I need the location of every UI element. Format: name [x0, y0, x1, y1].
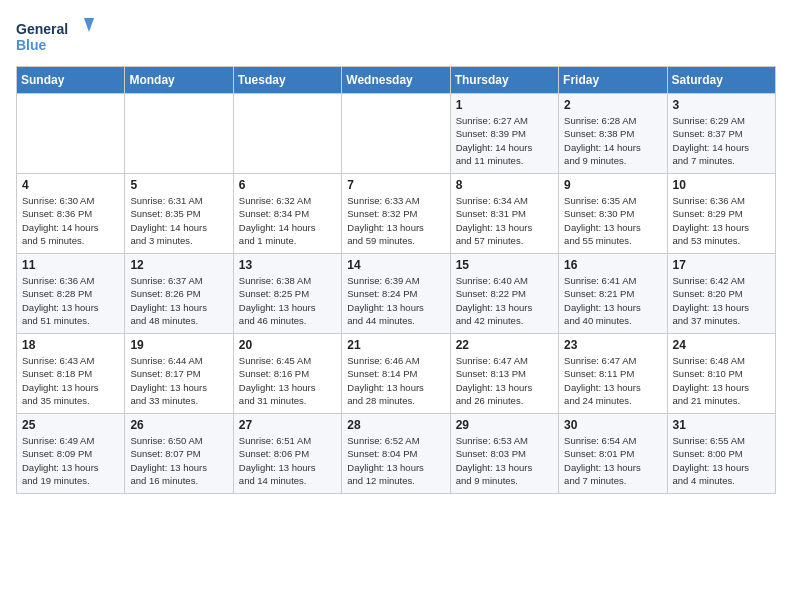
logo-svg: General Blue — [16, 16, 96, 58]
calendar-day-cell: 7Sunrise: 6:33 AM Sunset: 8:32 PM Daylig… — [342, 174, 450, 254]
svg-marker-2 — [84, 18, 94, 32]
calendar-day-cell: 10Sunrise: 6:36 AM Sunset: 8:29 PM Dayli… — [667, 174, 775, 254]
day-number: 27 — [239, 418, 336, 432]
weekday-header-thursday: Thursday — [450, 67, 558, 94]
calendar-day-cell: 9Sunrise: 6:35 AM Sunset: 8:30 PM Daylig… — [559, 174, 667, 254]
day-number: 17 — [673, 258, 770, 272]
day-number: 2 — [564, 98, 661, 112]
svg-text:General: General — [16, 21, 68, 37]
calendar-day-cell: 18Sunrise: 6:43 AM Sunset: 8:18 PM Dayli… — [17, 334, 125, 414]
calendar-day-cell: 8Sunrise: 6:34 AM Sunset: 8:31 PM Daylig… — [450, 174, 558, 254]
calendar-week-row: 25Sunrise: 6:49 AM Sunset: 8:09 PM Dayli… — [17, 414, 776, 494]
weekday-header-monday: Monday — [125, 67, 233, 94]
calendar-day-cell: 14Sunrise: 6:39 AM Sunset: 8:24 PM Dayli… — [342, 254, 450, 334]
day-info: Sunrise: 6:45 AM Sunset: 8:16 PM Dayligh… — [239, 354, 336, 407]
day-number: 25 — [22, 418, 119, 432]
empty-cell — [125, 94, 233, 174]
day-number: 6 — [239, 178, 336, 192]
calendar-day-cell: 3Sunrise: 6:29 AM Sunset: 8:37 PM Daylig… — [667, 94, 775, 174]
calendar-day-cell: 15Sunrise: 6:40 AM Sunset: 8:22 PM Dayli… — [450, 254, 558, 334]
calendar-day-cell: 31Sunrise: 6:55 AM Sunset: 8:00 PM Dayli… — [667, 414, 775, 494]
day-info: Sunrise: 6:41 AM Sunset: 8:21 PM Dayligh… — [564, 274, 661, 327]
weekday-header-saturday: Saturday — [667, 67, 775, 94]
day-info: Sunrise: 6:48 AM Sunset: 8:10 PM Dayligh… — [673, 354, 770, 407]
day-info: Sunrise: 6:42 AM Sunset: 8:20 PM Dayligh… — [673, 274, 770, 327]
day-number: 4 — [22, 178, 119, 192]
calendar-table: SundayMondayTuesdayWednesdayThursdayFrid… — [16, 66, 776, 494]
calendar-day-cell: 5Sunrise: 6:31 AM Sunset: 8:35 PM Daylig… — [125, 174, 233, 254]
day-number: 14 — [347, 258, 444, 272]
day-info: Sunrise: 6:36 AM Sunset: 8:29 PM Dayligh… — [673, 194, 770, 247]
calendar-week-row: 11Sunrise: 6:36 AM Sunset: 8:28 PM Dayli… — [17, 254, 776, 334]
day-number: 21 — [347, 338, 444, 352]
day-info: Sunrise: 6:29 AM Sunset: 8:37 PM Dayligh… — [673, 114, 770, 167]
day-number: 26 — [130, 418, 227, 432]
day-info: Sunrise: 6:38 AM Sunset: 8:25 PM Dayligh… — [239, 274, 336, 327]
weekday-header-row: SundayMondayTuesdayWednesdayThursdayFrid… — [17, 67, 776, 94]
calendar-day-cell: 23Sunrise: 6:47 AM Sunset: 8:11 PM Dayli… — [559, 334, 667, 414]
calendar-day-cell: 21Sunrise: 6:46 AM Sunset: 8:14 PM Dayli… — [342, 334, 450, 414]
day-info: Sunrise: 6:27 AM Sunset: 8:39 PM Dayligh… — [456, 114, 553, 167]
day-number: 9 — [564, 178, 661, 192]
calendar-day-cell: 1Sunrise: 6:27 AM Sunset: 8:39 PM Daylig… — [450, 94, 558, 174]
day-number: 20 — [239, 338, 336, 352]
day-info: Sunrise: 6:33 AM Sunset: 8:32 PM Dayligh… — [347, 194, 444, 247]
calendar-day-cell: 2Sunrise: 6:28 AM Sunset: 8:38 PM Daylig… — [559, 94, 667, 174]
calendar-day-cell: 19Sunrise: 6:44 AM Sunset: 8:17 PM Dayli… — [125, 334, 233, 414]
weekday-header-wednesday: Wednesday — [342, 67, 450, 94]
day-number: 5 — [130, 178, 227, 192]
day-number: 13 — [239, 258, 336, 272]
day-info: Sunrise: 6:52 AM Sunset: 8:04 PM Dayligh… — [347, 434, 444, 487]
day-info: Sunrise: 6:31 AM Sunset: 8:35 PM Dayligh… — [130, 194, 227, 247]
calendar-day-cell: 28Sunrise: 6:52 AM Sunset: 8:04 PM Dayli… — [342, 414, 450, 494]
header: General Blue — [16, 16, 776, 58]
day-number: 10 — [673, 178, 770, 192]
day-number: 7 — [347, 178, 444, 192]
weekday-header-friday: Friday — [559, 67, 667, 94]
calendar-day-cell: 6Sunrise: 6:32 AM Sunset: 8:34 PM Daylig… — [233, 174, 341, 254]
day-info: Sunrise: 6:51 AM Sunset: 8:06 PM Dayligh… — [239, 434, 336, 487]
day-number: 3 — [673, 98, 770, 112]
calendar-day-cell: 13Sunrise: 6:38 AM Sunset: 8:25 PM Dayli… — [233, 254, 341, 334]
calendar-day-cell: 26Sunrise: 6:50 AM Sunset: 8:07 PM Dayli… — [125, 414, 233, 494]
day-number: 8 — [456, 178, 553, 192]
calendar-day-cell: 20Sunrise: 6:45 AM Sunset: 8:16 PM Dayli… — [233, 334, 341, 414]
day-number: 15 — [456, 258, 553, 272]
day-info: Sunrise: 6:35 AM Sunset: 8:30 PM Dayligh… — [564, 194, 661, 247]
day-number: 19 — [130, 338, 227, 352]
day-number: 1 — [456, 98, 553, 112]
day-info: Sunrise: 6:44 AM Sunset: 8:17 PM Dayligh… — [130, 354, 227, 407]
day-number: 28 — [347, 418, 444, 432]
calendar-week-row: 18Sunrise: 6:43 AM Sunset: 8:18 PM Dayli… — [17, 334, 776, 414]
calendar-day-cell: 22Sunrise: 6:47 AM Sunset: 8:13 PM Dayli… — [450, 334, 558, 414]
calendar-day-cell: 29Sunrise: 6:53 AM Sunset: 8:03 PM Dayli… — [450, 414, 558, 494]
calendar-day-cell: 27Sunrise: 6:51 AM Sunset: 8:06 PM Dayli… — [233, 414, 341, 494]
day-info: Sunrise: 6:30 AM Sunset: 8:36 PM Dayligh… — [22, 194, 119, 247]
day-info: Sunrise: 6:43 AM Sunset: 8:18 PM Dayligh… — [22, 354, 119, 407]
day-info: Sunrise: 6:39 AM Sunset: 8:24 PM Dayligh… — [347, 274, 444, 327]
day-number: 24 — [673, 338, 770, 352]
svg-text:Blue: Blue — [16, 37, 47, 53]
day-info: Sunrise: 6:54 AM Sunset: 8:01 PM Dayligh… — [564, 434, 661, 487]
calendar-day-cell: 25Sunrise: 6:49 AM Sunset: 8:09 PM Dayli… — [17, 414, 125, 494]
day-number: 29 — [456, 418, 553, 432]
calendar-day-cell: 4Sunrise: 6:30 AM Sunset: 8:36 PM Daylig… — [17, 174, 125, 254]
day-info: Sunrise: 6:34 AM Sunset: 8:31 PM Dayligh… — [456, 194, 553, 247]
day-info: Sunrise: 6:49 AM Sunset: 8:09 PM Dayligh… — [22, 434, 119, 487]
day-info: Sunrise: 6:53 AM Sunset: 8:03 PM Dayligh… — [456, 434, 553, 487]
calendar-day-cell: 24Sunrise: 6:48 AM Sunset: 8:10 PM Dayli… — [667, 334, 775, 414]
calendar-week-row: 4Sunrise: 6:30 AM Sunset: 8:36 PM Daylig… — [17, 174, 776, 254]
day-info: Sunrise: 6:50 AM Sunset: 8:07 PM Dayligh… — [130, 434, 227, 487]
day-info: Sunrise: 6:46 AM Sunset: 8:14 PM Dayligh… — [347, 354, 444, 407]
calendar-day-cell: 12Sunrise: 6:37 AM Sunset: 8:26 PM Dayli… — [125, 254, 233, 334]
day-number: 16 — [564, 258, 661, 272]
empty-cell — [233, 94, 341, 174]
day-info: Sunrise: 6:55 AM Sunset: 8:00 PM Dayligh… — [673, 434, 770, 487]
day-number: 23 — [564, 338, 661, 352]
day-number: 18 — [22, 338, 119, 352]
day-info: Sunrise: 6:36 AM Sunset: 8:28 PM Dayligh… — [22, 274, 119, 327]
calendar-day-cell: 16Sunrise: 6:41 AM Sunset: 8:21 PM Dayli… — [559, 254, 667, 334]
empty-cell — [342, 94, 450, 174]
logo: General Blue — [16, 16, 96, 58]
day-info: Sunrise: 6:32 AM Sunset: 8:34 PM Dayligh… — [239, 194, 336, 247]
